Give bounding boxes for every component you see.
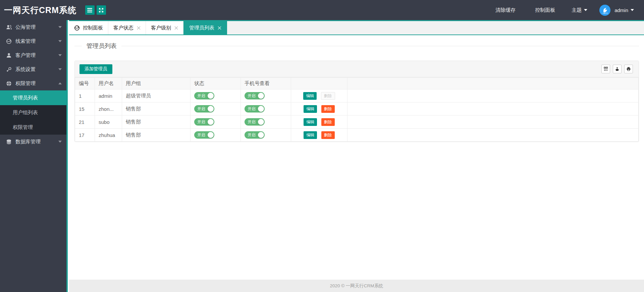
footer: 2020 © 一网天行CRM系统 xyxy=(69,280,644,292)
phone-view-toggle[interactable]: 开启 xyxy=(245,105,265,113)
sidebar-item-label: 系统设置 xyxy=(15,66,58,73)
collapse-sidebar-button[interactable] xyxy=(85,5,95,15)
sidebar-item-leads[interactable]: 线索管理 xyxy=(0,34,66,48)
sidebar-subitem-user-groups[interactable]: 用户组列表 xyxy=(0,105,66,120)
sidebar-item-label: 公海管理 xyxy=(15,24,58,30)
tab-label: 客户状态 xyxy=(113,25,133,31)
edit-button[interactable]: 编辑 xyxy=(304,131,317,139)
status-toggle[interactable]: 开启 xyxy=(194,105,214,113)
toggle-label: 开启 xyxy=(248,132,256,138)
user-menu[interactable]: admin xyxy=(614,7,634,13)
cell-id: 1 xyxy=(75,89,95,102)
phone-view-toggle[interactable]: 开启 xyxy=(245,92,265,99)
toggle-label: 开启 xyxy=(248,119,256,125)
title-rule-left xyxy=(74,46,82,46)
permissions-submenu: 管理员列表 用户组列表 权限管理 xyxy=(0,90,66,135)
page-title-row: 管理员列表 xyxy=(74,42,639,50)
tab-customer-status[interactable]: 客户状态 xyxy=(108,21,146,34)
page-title: 管理员列表 xyxy=(87,42,117,50)
cell-group: 销售部 xyxy=(122,129,191,142)
theme-dropdown[interactable]: 主题 xyxy=(572,7,587,13)
toggle-label: 开启 xyxy=(248,106,256,112)
toggle-knob xyxy=(258,93,264,99)
clear-cache-link[interactable]: 清除缓存 xyxy=(495,7,516,13)
toggle-label: 开启 xyxy=(248,93,256,99)
toggle-knob xyxy=(208,119,214,125)
col-header-group: 用户组 xyxy=(122,78,191,89)
cell-username: zhuhua xyxy=(95,129,122,142)
sidebar-item-database[interactable]: 数据库管理 xyxy=(0,135,66,149)
edit-button[interactable]: 编辑 xyxy=(303,92,317,100)
toggle-knob xyxy=(258,132,264,138)
close-icon[interactable] xyxy=(174,26,178,30)
cell-group: 销售部 xyxy=(122,116,191,129)
print-icon[interactable] xyxy=(624,65,633,73)
chevron-down-icon xyxy=(584,9,587,11)
cell-group: 超级管理员 xyxy=(122,89,191,102)
edit-button[interactable]: 编辑 xyxy=(304,105,317,113)
close-icon[interactable] xyxy=(218,26,221,30)
cell-username: zhon... xyxy=(95,102,122,116)
sidebar-item-public-sea[interactable]: 公海管理 xyxy=(0,20,66,34)
sidebar-item-customers[interactable]: 客户管理 xyxy=(0,48,66,62)
tab-label: 控制面板 xyxy=(83,25,103,31)
cell-username: subo xyxy=(95,116,122,129)
col-header-id: 编号 xyxy=(75,78,95,89)
export-icon[interactable] xyxy=(613,65,622,73)
add-admin-button[interactable]: 添加管理员 xyxy=(79,64,112,74)
sidebar-item-label: 权限管理 xyxy=(15,80,58,87)
columns-filter-icon[interactable] xyxy=(601,65,610,73)
chevron-down-icon xyxy=(58,40,62,42)
status-toggle[interactable]: 开启 xyxy=(194,118,214,126)
status-toggle[interactable]: 开启 xyxy=(194,92,214,99)
table-row: 1 admin 超级管理员 开启 开启 编辑 xyxy=(75,89,639,102)
status-toggle[interactable]: 开启 xyxy=(194,131,214,139)
tab-dashboard[interactable]: 控制面板 xyxy=(69,21,108,34)
edit-button[interactable]: 编辑 xyxy=(304,118,317,126)
close-icon[interactable] xyxy=(137,26,141,30)
delete-button-disabled: 删除 xyxy=(321,92,335,100)
globe-icon xyxy=(6,39,12,44)
username-label: admin xyxy=(614,7,628,13)
tab-bar: 控制面板 客户状态 客户级别 管理员列表 xyxy=(69,20,644,35)
sidebar-subitem-admin-list[interactable]: 管理员列表 xyxy=(0,90,66,105)
tab-customer-level[interactable]: 客户级别 xyxy=(146,21,183,34)
table-panel: 添加管理员 xyxy=(74,61,639,142)
phone-view-toggle[interactable]: 开启 xyxy=(245,131,265,139)
table-row: 21 subo 销售部 开启 开启 编辑 xyxy=(75,116,639,129)
sidebar-item-label: 线索管理 xyxy=(15,38,58,45)
avatar[interactable]: 一网天行 xyxy=(599,5,610,16)
delete-button[interactable]: 删除 xyxy=(321,131,335,139)
cell-id: 15 xyxy=(75,102,95,116)
user-icon xyxy=(6,53,12,58)
cell-filler xyxy=(347,102,639,116)
permission-icon xyxy=(6,81,12,86)
control-panel-link[interactable]: 控制面板 xyxy=(535,7,555,13)
delete-button[interactable]: 删除 xyxy=(321,105,335,113)
chevron-down-icon xyxy=(631,9,634,11)
delete-button[interactable]: 删除 xyxy=(321,118,335,126)
tab-label: 客户级别 xyxy=(151,25,171,31)
database-icon xyxy=(6,139,12,145)
sidebar: 公海管理 线索管理 客户管理 xyxy=(0,20,68,292)
toggle-label: 开启 xyxy=(197,106,205,112)
svg-text:一网天行: 一网天行 xyxy=(602,12,608,14)
app-header: 一网天行CRM系统 清除缓存 控制面板 主题 xyxy=(0,0,644,20)
tab-admin-list[interactable]: 管理员列表 xyxy=(183,21,227,34)
copyright-text: 2020 © 一网天行CRM系统 xyxy=(330,283,383,289)
sidebar-item-permissions[interactable]: 权限管理 xyxy=(0,76,66,90)
phone-view-toggle[interactable]: 开启 xyxy=(245,118,265,126)
sidebar-subitem-permissions[interactable]: 权限管理 xyxy=(0,120,66,135)
cell-filler xyxy=(347,116,639,129)
sidebar-item-settings[interactable]: 系统设置 xyxy=(0,62,66,76)
fullscreen-button[interactable] xyxy=(97,5,106,15)
chevron-down-icon xyxy=(58,26,62,28)
toggle-label: 开启 xyxy=(197,132,205,138)
toggle-knob xyxy=(258,119,264,125)
hamburger-icon xyxy=(87,8,92,12)
page-content: 管理员列表 添加管理员 xyxy=(69,35,644,280)
users-icon xyxy=(6,24,12,30)
globe-icon xyxy=(74,25,80,31)
cell-filler xyxy=(347,89,639,102)
col-header-filler xyxy=(347,78,639,89)
